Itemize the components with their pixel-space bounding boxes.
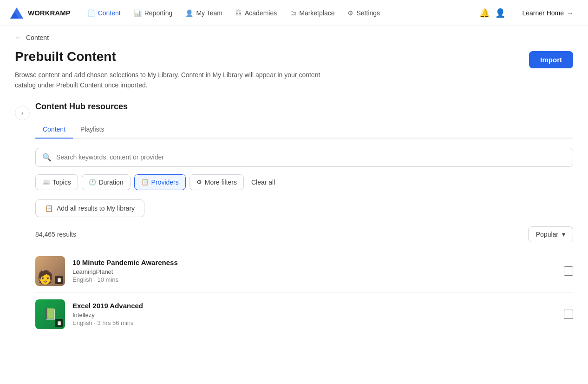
navbar: WORKRAMP 📄 Content 📊 Reporting 👤 My Team… bbox=[0, 0, 588, 26]
clear-all-button[interactable]: Clear all bbox=[249, 175, 277, 190]
import-button[interactable]: Import bbox=[529, 51, 573, 68]
nav-item-reporting-label: Reporting bbox=[144, 9, 173, 17]
results-header: 84,465 results Popular ▾ bbox=[35, 226, 573, 242]
nav-item-my-team[interactable]: 👤 My Team bbox=[180, 7, 228, 20]
content-title[interactable]: 10 Minute Pandemic Awareness bbox=[72, 258, 556, 266]
more-filters-icon: ⚙ bbox=[196, 179, 202, 185]
sidebar-toggle-button[interactable]: › bbox=[15, 106, 30, 120]
learner-home-label: Learner Home bbox=[523, 9, 564, 17]
content-duration: 3 hrs 56 mins bbox=[98, 319, 134, 326]
add-all-label: Add all results to My library bbox=[57, 205, 135, 212]
content-panel: › Content Hub resources Content Playlist… bbox=[15, 102, 573, 336]
duration-icon: 🕐 bbox=[89, 179, 96, 185]
breadcrumb-content-link[interactable]: Content bbox=[26, 34, 49, 41]
content-thumbnail: 📗 📋 bbox=[35, 299, 65, 329]
content-thumbnail: 🧑 📋 bbox=[35, 256, 65, 286]
section-title: Content Hub resources bbox=[35, 102, 573, 112]
nav-item-marketplace[interactable]: 🗂 Marketplace bbox=[284, 7, 340, 20]
content-provider: Intellezy bbox=[72, 311, 556, 318]
content-duration: 10 mins bbox=[98, 276, 119, 283]
filters-bar: 📖 Topics 🕐 Duration 📋 Providers ⚙ More f… bbox=[35, 174, 573, 190]
nav-item-my-team-label: My Team bbox=[196, 9, 222, 17]
settings-icon: ⚙ bbox=[347, 9, 353, 17]
nav-item-settings[interactable]: ⚙ Settings bbox=[342, 7, 385, 20]
learner-home-arrow-icon: → bbox=[567, 9, 573, 17]
tab-content[interactable]: Content bbox=[35, 121, 73, 139]
sort-button[interactable]: Popular ▾ bbox=[528, 226, 573, 242]
page-header-text: Prebuilt Content Browse content and add … bbox=[15, 49, 321, 91]
page-title: Prebuilt Content bbox=[15, 49, 321, 64]
nav-item-marketplace-label: Marketplace bbox=[299, 9, 334, 17]
filter-providers-label: Providers bbox=[151, 179, 179, 186]
content-list: 🧑 📋 10 Minute Pandemic Awareness Learnin… bbox=[35, 250, 573, 336]
app-name: WORKRAMP bbox=[28, 9, 71, 17]
thumb-overlay-icon: 📋 bbox=[55, 276, 63, 284]
learner-home-link[interactable]: Learner Home → bbox=[517, 7, 579, 20]
thumb-person-image: 🧑 bbox=[37, 270, 53, 285]
content-icon: 📄 bbox=[87, 9, 95, 17]
nav-item-settings-label: Settings bbox=[356, 9, 380, 17]
providers-icon: 📋 bbox=[141, 179, 149, 185]
filter-topics-button[interactable]: 📖 Topics bbox=[35, 174, 78, 190]
results-count: 84,465 results bbox=[35, 231, 76, 238]
content-title[interactable]: Excel 2019 Advanced bbox=[72, 302, 556, 310]
search-bar: 🔍 bbox=[35, 148, 573, 167]
search-input[interactable] bbox=[56, 153, 566, 161]
list-item: 🧑 📋 10 Minute Pandemic Awareness Learnin… bbox=[35, 250, 573, 293]
nav-item-reporting[interactable]: 📊 Reporting bbox=[128, 7, 178, 20]
tab-playlists[interactable]: Playlists bbox=[73, 121, 111, 139]
filter-more-label: More filters bbox=[205, 179, 237, 186]
nav-item-content-label: Content bbox=[98, 9, 121, 17]
thumb-overlay-icon: 📋 bbox=[55, 319, 63, 327]
marketplace-icon: 🗂 bbox=[290, 9, 296, 17]
content-area: Content Hub resources Content Playlists … bbox=[35, 102, 573, 336]
content-meta: English · 10 mins bbox=[72, 276, 556, 283]
content-item-checkbox[interactable] bbox=[564, 266, 573, 276]
content-language: English bbox=[72, 319, 92, 326]
nav-right: 🔔 👤 Learner Home → bbox=[479, 7, 579, 20]
breadcrumb-back-button[interactable]: ← bbox=[15, 33, 22, 42]
content-meta: English · 3 hrs 56 mins bbox=[72, 319, 556, 326]
content-item-checkbox[interactable] bbox=[564, 310, 573, 319]
my-team-icon: 👤 bbox=[185, 9, 193, 17]
sort-chevron-icon: ▾ bbox=[562, 231, 565, 238]
filter-duration-button[interactable]: 🕐 Duration bbox=[82, 174, 131, 190]
page-header: Prebuilt Content Browse content and add … bbox=[15, 49, 573, 91]
meta-separator: · bbox=[94, 319, 97, 326]
content-info: Excel 2019 Advanced Intellezy English · … bbox=[72, 302, 556, 326]
filter-duration-label: Duration bbox=[99, 179, 124, 186]
search-icon: 🔍 bbox=[42, 153, 52, 162]
nav-divider bbox=[511, 7, 511, 20]
nav-items: 📄 Content 📊 Reporting 👤 My Team 🏛 Academ… bbox=[82, 7, 476, 20]
academies-icon: 🏛 bbox=[235, 9, 242, 17]
nav-item-academies[interactable]: 🏛 Academies bbox=[230, 7, 282, 20]
nav-item-content[interactable]: 📄 Content bbox=[82, 7, 126, 20]
meta-separator: · bbox=[94, 276, 97, 283]
content-language: English bbox=[72, 276, 92, 283]
notifications-bell-icon[interactable]: 🔔 bbox=[479, 8, 490, 18]
filter-more-button[interactable]: ⚙ More filters bbox=[189, 174, 244, 190]
list-item: 📗 📋 Excel 2019 Advanced Intellezy Englis… bbox=[35, 293, 573, 336]
nav-item-academies-label: Academies bbox=[245, 9, 277, 17]
reporting-icon: 📊 bbox=[134, 9, 142, 17]
add-all-icon: 📋 bbox=[45, 205, 53, 212]
breadcrumb: ← Content bbox=[0, 26, 588, 49]
filter-providers-button[interactable]: 📋 Providers bbox=[134, 174, 186, 190]
topics-icon: 📖 bbox=[42, 179, 50, 185]
content-provider: LearningPlanet bbox=[72, 268, 556, 275]
sort-label: Popular bbox=[536, 231, 558, 238]
user-profile-icon[interactable]: 👤 bbox=[495, 8, 505, 18]
page-description: Browse content and add chosen selections… bbox=[15, 70, 321, 91]
filter-topics-label: Topics bbox=[52, 179, 71, 186]
logo[interactable]: WORKRAMP bbox=[9, 6, 71, 20]
add-all-button[interactable]: 📋 Add all results to My library bbox=[35, 199, 144, 217]
main-content: Prebuilt Content Browse content and add … bbox=[0, 49, 588, 351]
tabs: Content Playlists bbox=[35, 121, 573, 139]
content-info: 10 Minute Pandemic Awareness LearningPla… bbox=[72, 258, 556, 283]
